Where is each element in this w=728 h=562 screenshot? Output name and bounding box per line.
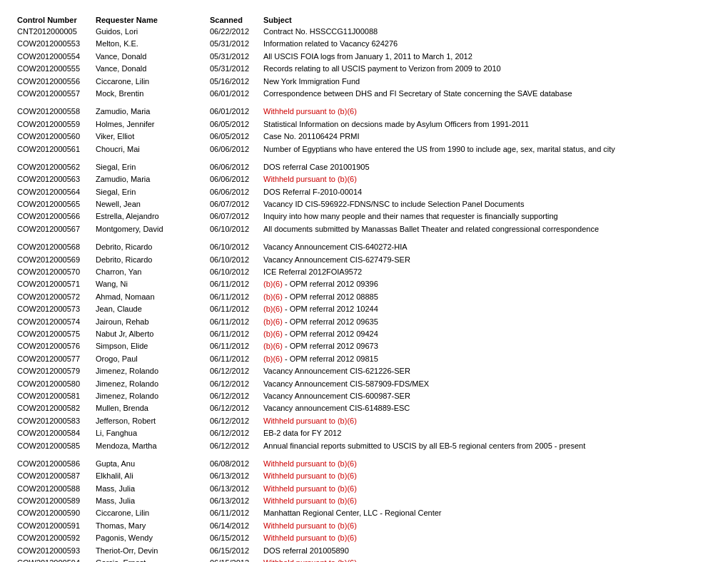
table-row: COW2012000560Viker, Elliot06/05/2012Case…: [14, 131, 714, 143]
control-number: COW2012000592: [14, 532, 93, 544]
spacer-row: [14, 452, 714, 458]
table-row: COW2012000568Debrito, Ricardo06/10/2012V…: [14, 241, 714, 253]
subject-text: (b)(6) - OPM referral 2012 08885: [261, 291, 714, 303]
requester-name: Jimenez, Rolando: [93, 390, 207, 402]
control-number: COW2012000591: [14, 520, 93, 532]
subject-text: (b)(6) - OPM referral 2012 10244: [261, 303, 714, 315]
requester-name: Siegal, Erin: [93, 161, 207, 173]
requester-name: Jimenez, Rolando: [93, 365, 207, 377]
subject-text: Statistical Information on decsions made…: [261, 118, 714, 131]
scanned-date: 06/15/2012: [207, 532, 261, 544]
control-number: COW2012000563: [14, 173, 93, 185]
subject-text: Records relating to all USCIS payment to…: [261, 63, 714, 75]
scanned-date: 06/01/2012: [207, 106, 261, 118]
control-number: COW2012000581: [14, 390, 93, 402]
scanned-date: 06/14/2012: [207, 520, 261, 532]
control-number: COW2012000589: [14, 495, 93, 507]
requester-name: Mass, Julia: [93, 495, 207, 507]
requester-name: Siegal, Erin: [93, 186, 207, 198]
spacer-row: [14, 235, 714, 241]
scanned-date: 06/11/2012: [207, 303, 261, 315]
table-row: COW2012000562Siegal, Erin06/06/2012DOS r…: [14, 161, 714, 173]
table-row: COW2012000572Ahmad, Nomaan06/11/2012(b)(…: [14, 291, 714, 303]
scanned-date: 06/11/2012: [207, 328, 261, 340]
subject-text: (b)(6) - OPM referral 2012 09815: [261, 353, 714, 365]
requester-name: Simpson, Elide: [93, 340, 207, 352]
subject-text: All USCIS FOIA logs from January 1, 2011…: [261, 51, 714, 63]
table-row: COW2012000557Mock, Brentin06/01/2012Corr…: [14, 88, 714, 100]
requester-name: Newell, Jean: [93, 198, 207, 210]
requester-name: Jefferson, Robert: [93, 415, 207, 427]
subject-text: (b)(6) - OPM referral 2012 09635: [261, 316, 714, 328]
scanned-date: 06/10/2012: [207, 266, 261, 278]
scanned-date: 06/11/2012: [207, 353, 261, 365]
control-number: COW2012000554: [14, 51, 93, 63]
subject-text: Vacancy Announcement CIS-640272-HIA: [261, 241, 714, 253]
control-number: COW2012000566: [14, 210, 93, 223]
requester-name: Elkhalil, Ali: [93, 470, 207, 482]
table-row: COW2012000581Jimenez, Rolando06/12/2012V…: [14, 390, 714, 402]
scanned-date: 05/31/2012: [207, 63, 261, 75]
subject-text: Vacancy Announcement CIS-621226-SER: [261, 365, 714, 377]
control-number: COW2012000574: [14, 316, 93, 328]
subject-text: Withheld pursuant to (b)(6): [261, 458, 714, 470]
subject-text: Inquiry into how many people and their n…: [261, 210, 714, 223]
requester-name: Viker, Elliot: [93, 131, 207, 143]
scanned-date: 06/11/2012: [207, 340, 261, 352]
table-row: COW2012000573Jean, Claude06/11/2012(b)(6…: [14, 303, 714, 315]
requester-name: Mendoza, Martha: [93, 440, 207, 452]
scanned-date: 06/15/2012: [207, 545, 261, 557]
requester-name: Estrella, Alejandro: [93, 210, 207, 223]
scanned-date: 05/31/2012: [207, 38, 261, 50]
control-number: COW2012000586: [14, 458, 93, 470]
subject-text: Case No. 201106424 PRMI: [261, 131, 714, 143]
scanned-date: 06/12/2012: [207, 365, 261, 377]
scanned-date: 06/22/2012: [207, 26, 261, 38]
scanned-date: 06/12/2012: [207, 402, 261, 414]
subject-text: Information related to Vacancy 624276: [261, 38, 714, 50]
subject-text: DOS referral 201005890: [261, 545, 714, 557]
scanned-date: 06/13/2012: [207, 470, 261, 482]
control-number: COW2012000558: [14, 106, 93, 118]
table-row: COW2012000591Thomas, Mary06/14/2012Withh…: [14, 520, 714, 532]
scanned-date: 06/13/2012: [207, 483, 261, 495]
requester-name: Gupta, Anu: [93, 458, 207, 470]
control-number: COW2012000577: [14, 353, 93, 365]
control-number: COW2012000561: [14, 143, 93, 155]
control-number: COW2012000556: [14, 76, 93, 88]
requester-name: Li, Fanghua: [93, 427, 207, 439]
control-number: COW2012000569: [14, 254, 93, 266]
scanned-date: 06/10/2012: [207, 241, 261, 253]
table-row: COW2012000586Gupta, Anu06/08/2012Withhel…: [14, 458, 714, 470]
subject-text: ICE Referral 2012FOIA9572: [261, 266, 714, 278]
table-row: COW2012000577Orogo, Paul06/11/2012(b)(6)…: [14, 353, 714, 365]
scanned-date: 05/31/2012: [207, 51, 261, 63]
control-number: COW2012000588: [14, 483, 93, 495]
scanned-date: 06/10/2012: [207, 223, 261, 235]
requester-name: Vance, Donald: [93, 63, 207, 75]
requester-name: Ciccarone, Lilin: [93, 507, 207, 519]
table-row: COW2012000553Melton, K.E.05/31/2012Infor…: [14, 38, 714, 50]
control-number: COW2012000567: [14, 223, 93, 235]
subject-text: Withheld pursuant to (b)(6): [261, 532, 714, 544]
table-row: COW2012000567Montgomery, David06/10/2012…: [14, 223, 714, 235]
subject-text: (b)(6) - OPM referral 2012 09424: [261, 328, 714, 340]
subject-text: Withheld pursuant to (b)(6): [261, 483, 714, 495]
scanned-date: 06/11/2012: [207, 316, 261, 328]
control-number: COW2012000564: [14, 186, 93, 198]
header-requester: Requester Name: [93, 14, 207, 26]
table-row: COW2012000558Zamudio, Maria06/01/2012Wit…: [14, 106, 714, 118]
scanned-date: 06/12/2012: [207, 390, 261, 402]
control-number: COW2012000570: [14, 266, 93, 278]
control-number: COW2012000593: [14, 545, 93, 557]
table-row: COW2012000571Wang, Ni06/11/2012(b)(6) - …: [14, 278, 714, 290]
subject-text: Withheld pursuant to (b)(6): [261, 415, 714, 427]
scanned-date: 06/11/2012: [207, 291, 261, 303]
requester-name: Thomas, Mary: [93, 520, 207, 532]
requester-name: Zamudio, Maria: [93, 173, 207, 185]
subject-text: Vacancy Announcement CIS-600987-SER: [261, 390, 714, 402]
subject-text: Withheld pursuant to (b)(6): [261, 520, 714, 532]
requester-name: Montgomery, David: [93, 223, 207, 235]
table-row: COW2012000588Mass, Julia06/13/2012Withhe…: [14, 483, 714, 495]
requester-name: Jairoun, Rehab: [93, 316, 207, 328]
